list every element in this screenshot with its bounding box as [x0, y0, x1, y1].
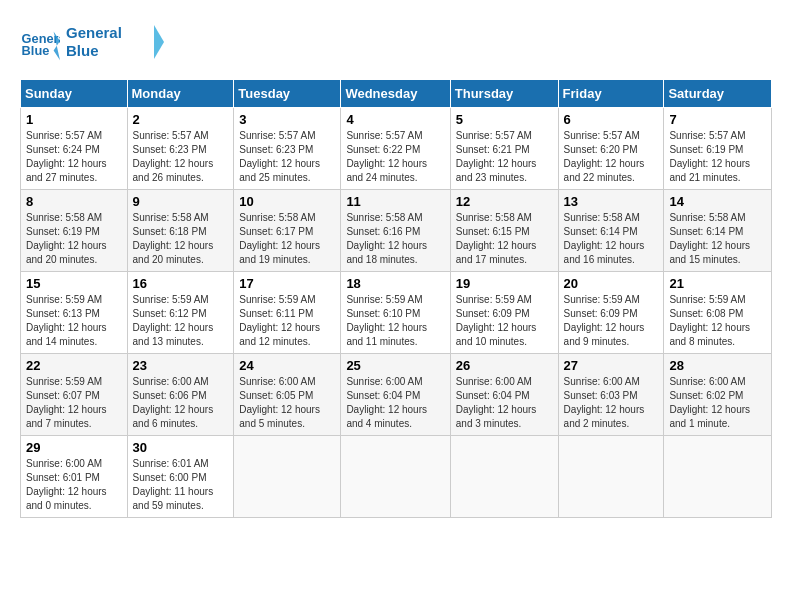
day-info: Sunrise: 6:00 AM Sunset: 6:03 PM Dayligh…	[564, 375, 659, 431]
day-info: Sunrise: 6:00 AM Sunset: 6:05 PM Dayligh…	[239, 375, 335, 431]
day-number: 1	[26, 112, 122, 127]
col-header-tuesday: Tuesday	[234, 80, 341, 108]
day-info: Sunrise: 5:58 AM Sunset: 6:14 PM Dayligh…	[669, 211, 766, 267]
day-number: 23	[133, 358, 229, 373]
day-info: Sunrise: 6:00 AM Sunset: 6:04 PM Dayligh…	[346, 375, 444, 431]
day-cell	[450, 436, 558, 518]
day-cell	[234, 436, 341, 518]
day-number: 22	[26, 358, 122, 373]
day-number: 9	[133, 194, 229, 209]
day-cell: 10Sunrise: 5:58 AM Sunset: 6:17 PM Dayli…	[234, 190, 341, 272]
week-row-3: 15Sunrise: 5:59 AM Sunset: 6:13 PM Dayli…	[21, 272, 772, 354]
day-info: Sunrise: 5:58 AM Sunset: 6:16 PM Dayligh…	[346, 211, 444, 267]
day-cell: 30Sunrise: 6:01 AM Sunset: 6:00 PM Dayli…	[127, 436, 234, 518]
week-row-2: 8Sunrise: 5:58 AM Sunset: 6:19 PM Daylig…	[21, 190, 772, 272]
svg-text:Blue: Blue	[66, 42, 99, 59]
svg-marker-5	[154, 25, 164, 59]
day-number: 11	[346, 194, 444, 209]
day-info: Sunrise: 5:58 AM Sunset: 6:14 PM Dayligh…	[564, 211, 659, 267]
day-number: 6	[564, 112, 659, 127]
day-number: 12	[456, 194, 553, 209]
week-row-4: 22Sunrise: 5:59 AM Sunset: 6:07 PM Dayli…	[21, 354, 772, 436]
day-cell	[664, 436, 772, 518]
svg-text:General: General	[66, 24, 122, 41]
day-info: Sunrise: 5:57 AM Sunset: 6:22 PM Dayligh…	[346, 129, 444, 185]
day-info: Sunrise: 5:59 AM Sunset: 6:11 PM Dayligh…	[239, 293, 335, 349]
day-number: 18	[346, 276, 444, 291]
day-info: Sunrise: 5:58 AM Sunset: 6:17 PM Dayligh…	[239, 211, 335, 267]
day-cell: 14Sunrise: 5:58 AM Sunset: 6:14 PM Dayli…	[664, 190, 772, 272]
day-info: Sunrise: 6:00 AM Sunset: 6:01 PM Dayligh…	[26, 457, 122, 513]
day-info: Sunrise: 5:59 AM Sunset: 6:09 PM Dayligh…	[564, 293, 659, 349]
day-cell: 6Sunrise: 5:57 AM Sunset: 6:20 PM Daylig…	[558, 108, 664, 190]
day-cell: 28Sunrise: 6:00 AM Sunset: 6:02 PM Dayli…	[664, 354, 772, 436]
day-number: 7	[669, 112, 766, 127]
day-info: Sunrise: 5:57 AM Sunset: 6:20 PM Dayligh…	[564, 129, 659, 185]
day-number: 5	[456, 112, 553, 127]
logo-icon: General Blue	[20, 25, 60, 65]
svg-text:Blue: Blue	[22, 43, 50, 58]
day-cell: 18Sunrise: 5:59 AM Sunset: 6:10 PM Dayli…	[341, 272, 450, 354]
day-cell	[558, 436, 664, 518]
day-cell: 22Sunrise: 5:59 AM Sunset: 6:07 PM Dayli…	[21, 354, 128, 436]
day-number: 4	[346, 112, 444, 127]
day-number: 30	[133, 440, 229, 455]
page-header: General Blue General Blue	[20, 20, 772, 69]
day-cell: 25Sunrise: 6:00 AM Sunset: 6:04 PM Dayli…	[341, 354, 450, 436]
col-header-thursday: Thursday	[450, 80, 558, 108]
day-info: Sunrise: 5:59 AM Sunset: 6:08 PM Dayligh…	[669, 293, 766, 349]
day-cell: 2Sunrise: 5:57 AM Sunset: 6:23 PM Daylig…	[127, 108, 234, 190]
day-cell: 9Sunrise: 5:58 AM Sunset: 6:18 PM Daylig…	[127, 190, 234, 272]
day-number: 10	[239, 194, 335, 209]
day-cell: 27Sunrise: 6:00 AM Sunset: 6:03 PM Dayli…	[558, 354, 664, 436]
day-cell: 4Sunrise: 5:57 AM Sunset: 6:22 PM Daylig…	[341, 108, 450, 190]
day-cell: 7Sunrise: 5:57 AM Sunset: 6:19 PM Daylig…	[664, 108, 772, 190]
day-cell: 20Sunrise: 5:59 AM Sunset: 6:09 PM Dayli…	[558, 272, 664, 354]
logo-svg: General Blue	[66, 20, 166, 65]
day-info: Sunrise: 5:59 AM Sunset: 6:12 PM Dayligh…	[133, 293, 229, 349]
day-cell: 26Sunrise: 6:00 AM Sunset: 6:04 PM Dayli…	[450, 354, 558, 436]
day-cell	[341, 436, 450, 518]
day-number: 20	[564, 276, 659, 291]
day-number: 25	[346, 358, 444, 373]
col-header-saturday: Saturday	[664, 80, 772, 108]
day-info: Sunrise: 5:57 AM Sunset: 6:21 PM Dayligh…	[456, 129, 553, 185]
day-cell: 12Sunrise: 5:58 AM Sunset: 6:15 PM Dayli…	[450, 190, 558, 272]
day-number: 19	[456, 276, 553, 291]
col-header-friday: Friday	[558, 80, 664, 108]
day-number: 3	[239, 112, 335, 127]
day-number: 16	[133, 276, 229, 291]
day-number: 8	[26, 194, 122, 209]
day-cell: 5Sunrise: 5:57 AM Sunset: 6:21 PM Daylig…	[450, 108, 558, 190]
day-info: Sunrise: 5:59 AM Sunset: 6:10 PM Dayligh…	[346, 293, 444, 349]
day-info: Sunrise: 5:58 AM Sunset: 6:15 PM Dayligh…	[456, 211, 553, 267]
col-header-sunday: Sunday	[21, 80, 128, 108]
day-info: Sunrise: 5:59 AM Sunset: 6:07 PM Dayligh…	[26, 375, 122, 431]
day-cell: 13Sunrise: 5:58 AM Sunset: 6:14 PM Dayli…	[558, 190, 664, 272]
day-cell: 1Sunrise: 5:57 AM Sunset: 6:24 PM Daylig…	[21, 108, 128, 190]
day-info: Sunrise: 6:00 AM Sunset: 6:02 PM Dayligh…	[669, 375, 766, 431]
day-number: 26	[456, 358, 553, 373]
day-cell: 3Sunrise: 5:57 AM Sunset: 6:23 PM Daylig…	[234, 108, 341, 190]
day-cell: 29Sunrise: 6:00 AM Sunset: 6:01 PM Dayli…	[21, 436, 128, 518]
calendar-table: SundayMondayTuesdayWednesdayThursdayFrid…	[20, 79, 772, 518]
week-row-1: 1Sunrise: 5:57 AM Sunset: 6:24 PM Daylig…	[21, 108, 772, 190]
day-info: Sunrise: 6:00 AM Sunset: 6:06 PM Dayligh…	[133, 375, 229, 431]
day-number: 2	[133, 112, 229, 127]
week-row-5: 29Sunrise: 6:00 AM Sunset: 6:01 PM Dayli…	[21, 436, 772, 518]
col-header-monday: Monday	[127, 80, 234, 108]
day-info: Sunrise: 5:57 AM Sunset: 6:23 PM Dayligh…	[239, 129, 335, 185]
day-number: 13	[564, 194, 659, 209]
day-info: Sunrise: 6:01 AM Sunset: 6:00 PM Dayligh…	[133, 457, 229, 513]
day-number: 21	[669, 276, 766, 291]
day-info: Sunrise: 5:57 AM Sunset: 6:19 PM Dayligh…	[669, 129, 766, 185]
day-number: 24	[239, 358, 335, 373]
day-info: Sunrise: 6:00 AM Sunset: 6:04 PM Dayligh…	[456, 375, 553, 431]
day-info: Sunrise: 5:58 AM Sunset: 6:18 PM Dayligh…	[133, 211, 229, 267]
day-cell: 15Sunrise: 5:59 AM Sunset: 6:13 PM Dayli…	[21, 272, 128, 354]
logo: General Blue General Blue	[20, 20, 166, 69]
day-cell: 24Sunrise: 6:00 AM Sunset: 6:05 PM Dayli…	[234, 354, 341, 436]
day-number: 29	[26, 440, 122, 455]
day-number: 27	[564, 358, 659, 373]
col-header-wednesday: Wednesday	[341, 80, 450, 108]
